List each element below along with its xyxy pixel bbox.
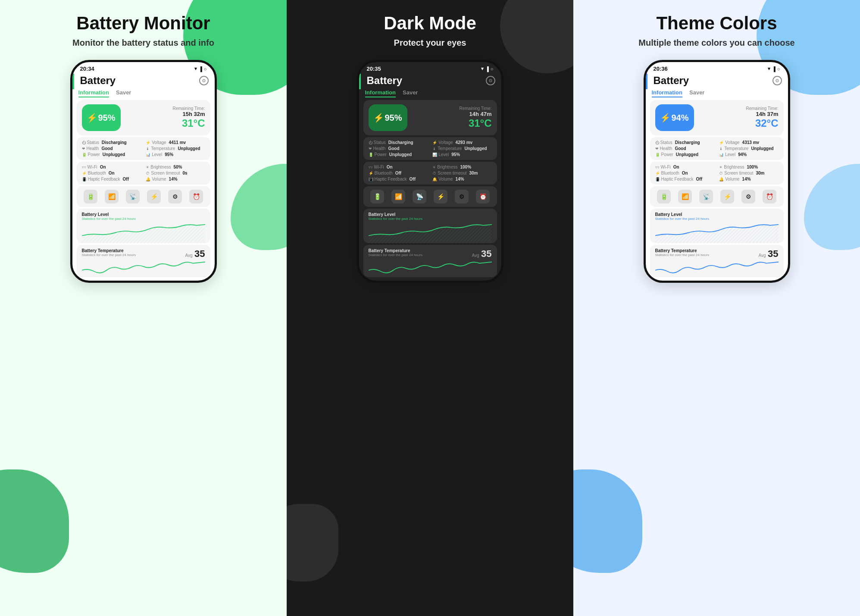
chart-subtitle: Statistics for over the past 24 hours [655, 217, 779, 221]
app-header: Battery ⚙ [72, 74, 215, 89]
quick-action-icon[interactable]: ⚙ [168, 190, 182, 203]
quick-action-icon[interactable]: 📡 [699, 190, 713, 203]
stat-voltage: ⚡ Voltage 4313 mv [719, 140, 778, 145]
stat-health: ❤ Health Good [655, 146, 714, 151]
quick-action-icon[interactable]: 📡 [413, 190, 426, 203]
battery-info: Remaining Time: 15h 32m 31°C [172, 106, 205, 129]
quick-action-icon[interactable]: ⚡ [720, 190, 734, 203]
temp-subtitle: Statistics for over the past 24 hours [369, 253, 422, 257]
quick-action-icon[interactable]: 🔋 [84, 190, 97, 203]
setting-brightness: ☀ Brightness 100% [432, 165, 491, 169]
stats-row-3: 🔋 Power Unplugged 📊 Level 94% [655, 152, 779, 157]
stat-power: 🔋 Power Unplugged [82, 152, 141, 157]
quick-action-icon[interactable]: ⏰ [189, 190, 203, 203]
setting-wifi: ▿▿ Wi-Fi On [655, 165, 714, 169]
stats-row-1: ⏻ Status Discharging ⚡ Voltage 4313 mv [655, 140, 779, 145]
stats-grid: ⏻ Status Discharging ⚡ Voltage 4411 mv ❤… [77, 137, 210, 160]
signal-icon: ▐ [199, 66, 202, 72]
quick-action-icon[interactable]: 📡 [126, 190, 140, 203]
temp-title: Battery Temperature [82, 248, 136, 253]
remaining-label: Remaining Time: [746, 106, 778, 111]
tab-saver[interactable]: Saver [116, 89, 131, 97]
quick-action-icon[interactable]: ⚡ [147, 190, 161, 203]
tab-information[interactable]: Information [652, 89, 683, 97]
temp-chart: Battery Temperature Statistics for over … [650, 245, 784, 277]
remaining-time: 14h 47m [459, 111, 491, 117]
panel-content: Dark ModeProtect your eyes 20:35 ▾ ▐ ○ B… [295, 13, 565, 283]
tab-saver[interactable]: Saver [689, 89, 704, 97]
gear-icon[interactable]: ⚙ [199, 76, 209, 85]
quick-action-icon[interactable]: 📶 [105, 190, 119, 203]
avg-temp-value: 35 [768, 248, 778, 259]
phone-dark: 20:35 ▾ ▐ ○ Battery ⚙ Information Saver … [357, 60, 503, 283]
temp-chart: Battery Temperature Statistics for over … [77, 245, 210, 277]
wifi-icon: ▾ [768, 66, 770, 72]
settings-row-2: ⚡ Bluetooth Off ⏱ Screen timeout 30m [369, 171, 492, 175]
quick-action-icon[interactable]: 🔋 [657, 190, 671, 203]
avg-temp-value: 35 [194, 248, 205, 259]
status-time: 20:34 [80, 66, 94, 72]
quick-action-icon[interactable]: ⏰ [763, 190, 776, 203]
chart-title: Battery Level [82, 212, 205, 217]
setting-bluetooth: ⚡ Bluetooth On [82, 171, 141, 175]
stats-row-3: 🔋 Power Unplugged 📊 Level 95% [369, 152, 492, 157]
panel-subtitle: Protect your eyes [394, 38, 466, 48]
battery-bolt-icon: ⚡ [87, 113, 97, 123]
avg-temp-value: 35 [481, 248, 491, 259]
app-header: Battery ⚙ [359, 74, 501, 89]
battery-card: ⚡ 94% Remaining Time: 14h 37m 32°C [650, 100, 784, 135]
avg-label: Avg [185, 253, 193, 258]
avg-temp: Avg 35 [185, 248, 205, 260]
remaining-label: Remaining Time: [459, 106, 491, 111]
gear-icon[interactable]: ⚙ [486, 76, 495, 85]
battery-icon: ⚡ 95% [82, 104, 121, 131]
app-header: Battery ⚙ [646, 74, 788, 89]
status-bar: 20:34 ▾ ▐ ○ [72, 62, 215, 74]
quick-action-icon[interactable]: ⚙ [455, 190, 469, 203]
settings-grid: ▿▿ Wi-Fi On ☀ Brightness 100% ⚡ Bluetoot… [363, 162, 497, 184]
status-time: 20:35 [367, 66, 381, 72]
panel-content: Theme ColorsMultiple theme colors you ca… [582, 13, 851, 283]
setting-volume: 🔔 Volume 14% [146, 177, 205, 181]
stat-status: ⏻ Status Discharging [655, 140, 714, 145]
quick-action-icon[interactable]: ⚡ [434, 190, 447, 203]
battery-info: Remaining Time: 14h 47m 31°C [459, 106, 491, 129]
quick-action-icon[interactable]: ⏰ [476, 190, 490, 203]
battery-bolt-icon: ⚡ [660, 113, 671, 123]
quick-action-icon[interactable]: ⚙ [741, 190, 755, 203]
quick-action-icon[interactable]: 🔋 [370, 190, 384, 203]
settings-row-1: ▿▿ Wi-Fi On ☀ Brightness 50% [82, 165, 205, 169]
battery-status-icon: ○ [204, 66, 207, 72]
stat-voltage: ⚡ Voltage 4411 mv [146, 140, 205, 145]
tab-information[interactable]: Information [78, 89, 109, 97]
temperature-value: 32°C [746, 117, 778, 129]
stat-power: 🔋 Power Unplugged [655, 152, 714, 157]
signal-icon: ▐ [485, 66, 489, 72]
quick-action-icon[interactable]: 📶 [678, 190, 692, 203]
wifi-icon: ▾ [194, 66, 197, 72]
stats-grid: ⏻ Status Discharging ⚡ Voltage 4293 mv ❤… [363, 137, 497, 160]
app-title: Battery [80, 75, 116, 87]
temp-header: Battery Temperature Statistics for over … [369, 248, 492, 260]
panel-green: Battery MonitorMonitor the battery statu… [0, 0, 287, 616]
tab-information[interactable]: Information [365, 89, 396, 97]
panel-content: Battery MonitorMonitor the battery statu… [9, 13, 278, 283]
status-bar: 20:35 ▾ ▐ ○ [359, 62, 501, 74]
quick-action-icon[interactable]: 📶 [391, 190, 405, 203]
setting-screen-timeout: ⏱ Screen timeout 0s [146, 171, 205, 175]
setting-screen-timeout: ⏱ Screen timeout 30m [432, 171, 491, 175]
status-bar: 20:36 ▾ ▐ ○ [646, 62, 788, 74]
setting-volume: 🔔 Volume 14% [432, 177, 491, 181]
tab-saver[interactable]: Saver [403, 89, 418, 97]
settings-row-2: ⚡ Bluetooth On ⏱ Screen timeout 30m [655, 171, 779, 175]
gear-icon[interactable]: ⚙ [772, 76, 782, 85]
panel-subtitle: Monitor the battery status and info [72, 38, 214, 48]
temp-header: Battery Temperature Statistics for over … [655, 248, 779, 260]
settings-grid: ▿▿ Wi-Fi On ☀ Brightness 50% ⚡ Bluetooth… [77, 162, 210, 184]
setting-haptic: 📳 Haptic Feedback Off [655, 177, 714, 181]
stat-temperature: 🌡 Temperature Unplugged [432, 146, 491, 151]
status-icons: ▾ ▐ ○ [768, 66, 780, 72]
battery-bolt-icon: ⚡ [373, 113, 384, 123]
stat-health: ❤ Health Good [82, 146, 141, 151]
setting-haptic: 📳 Haptic Feedback Off [82, 177, 141, 181]
